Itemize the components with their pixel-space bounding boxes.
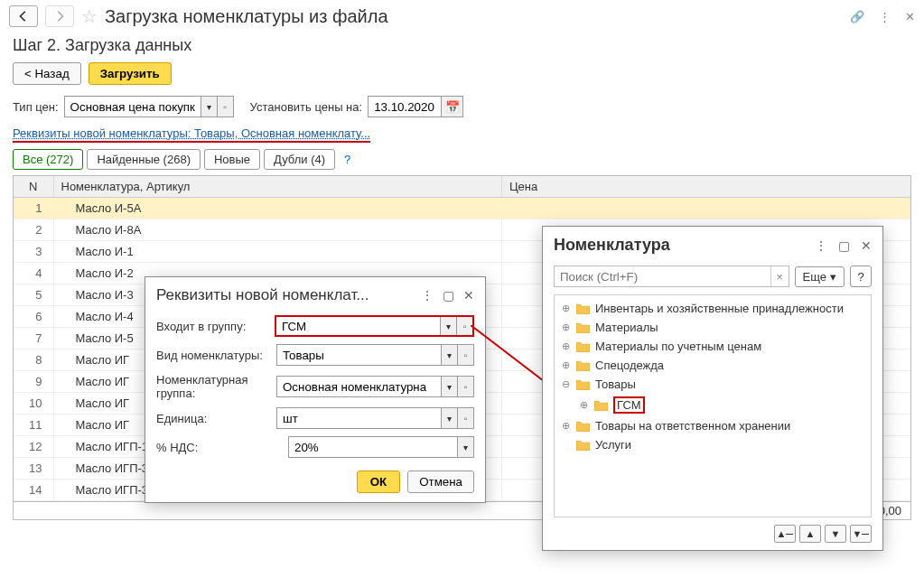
price-type-combo[interactable]: ▾ ▫: [64, 96, 234, 117]
search-input[interactable]: [555, 266, 770, 286]
expander-icon[interactable]: ⊕: [560, 303, 571, 314]
forward-nav-button[interactable]: [45, 5, 74, 27]
load-button[interactable]: Загрузить: [89, 62, 172, 85]
clear-icon[interactable]: ×: [770, 266, 789, 286]
col-price[interactable]: Цена: [502, 176, 911, 198]
more-button[interactable]: Еще ▾: [795, 266, 845, 287]
group-combo[interactable]: ▾ ▫: [275, 315, 474, 337]
calendar-icon[interactable]: 📅: [441, 97, 462, 116]
subtitle: Шаг 2. Загрузка данных: [0, 33, 924, 62]
tab-found[interactable]: Найденные (268): [87, 149, 201, 170]
open-icon[interactable]: ▫: [457, 408, 473, 428]
open-icon[interactable]: ▫: [456, 317, 472, 335]
maximize-icon[interactable]: ▢: [443, 288, 454, 303]
tree-item[interactable]: ⊕Инвентарь и хозяйственные принадлежност…: [555, 299, 871, 318]
maximize-icon[interactable]: ▢: [838, 238, 850, 253]
tree-item[interactable]: ⊕ГСМ: [555, 394, 871, 416]
cell-price: [502, 198, 911, 219]
tab-duplicates[interactable]: Дубли (4): [264, 149, 335, 170]
cell-n: 12: [14, 436, 53, 458]
tree-item-label: ГСМ: [613, 396, 645, 414]
cell-n: 13: [14, 458, 53, 480]
col-n[interactable]: N: [14, 176, 53, 198]
folder-icon: [576, 379, 590, 390]
menu-icon[interactable]: ⋮: [879, 10, 891, 23]
cell-n: 9: [14, 371, 53, 393]
table-row[interactable]: 1Масло И-5А: [14, 198, 910, 219]
date-input[interactable]: [369, 97, 441, 116]
chevron-down-icon: ▾: [830, 270, 836, 284]
open-icon[interactable]: ▫: [457, 345, 473, 365]
back-nav-button[interactable]: [9, 5, 38, 27]
expander-icon[interactable]: ⊕: [560, 359, 571, 371]
expander-icon[interactable]: ⊕: [578, 399, 589, 411]
folder-icon: [576, 360, 590, 371]
tree-item[interactable]: ⊕Материалы по учетным ценам: [555, 337, 871, 356]
star-icon[interactable]: ☆: [81, 5, 98, 27]
dlg2-title: Номенклатура: [554, 236, 815, 255]
help-button[interactable]: ?: [850, 266, 872, 287]
close-icon[interactable]: ✕: [463, 288, 474, 303]
search-box[interactable]: ×: [554, 266, 789, 287]
close-icon[interactable]: ✕: [905, 10, 915, 23]
ok-button[interactable]: ОК: [357, 471, 401, 493]
nomenclature-tree[interactable]: ⊕Инвентарь и хозяйственные принадлежност…: [554, 294, 872, 517]
menu-icon[interactable]: ⋮: [815, 238, 827, 253]
open-icon[interactable]: ▫: [457, 377, 473, 396]
close-icon[interactable]: ✕: [861, 238, 872, 253]
tree-item[interactable]: ⊕Материалы: [555, 318, 871, 337]
chevron-down-icon[interactable]: ▾: [441, 377, 457, 396]
expander-icon[interactable]: ⊖: [560, 378, 571, 390]
tree-item[interactable]: ⊕Спецодежда: [555, 356, 871, 375]
expander-icon[interactable]: ⊕: [560, 340, 571, 352]
cell-n: 11: [14, 415, 53, 436]
cell-n: 8: [14, 349, 53, 371]
unit-input[interactable]: [277, 408, 441, 428]
price-type-input[interactable]: [65, 97, 201, 116]
dlg1-title: Реквизиты новой номенклат...: [156, 286, 412, 304]
link-icon[interactable]: 🔗: [850, 10, 864, 23]
chevron-down-icon[interactable]: ▾: [201, 97, 217, 116]
tree-item-label: Товары: [595, 377, 636, 391]
folder-icon: [576, 322, 590, 333]
group-label: Входит в группу:: [156, 320, 269, 333]
type-combo[interactable]: ▾ ▫: [276, 344, 474, 366]
back-button[interactable]: < Назад: [13, 62, 81, 85]
unit-combo[interactable]: ▾ ▫: [276, 407, 474, 429]
help-icon[interactable]: ?: [344, 153, 350, 166]
scroll-down-icon[interactable]: ▼: [825, 525, 846, 543]
cancel-button[interactable]: Отмена: [407, 471, 474, 493]
expander-icon[interactable]: ⊕: [560, 420, 571, 432]
type-input[interactable]: [277, 345, 441, 365]
scroll-up-icon[interactable]: ▲: [799, 525, 821, 543]
nomgroup-input[interactable]: [277, 377, 441, 396]
requisites-dialog: Реквизиты новой номенклат... ⋮ ▢ ✕ Входи…: [145, 276, 486, 503]
chevron-down-icon[interactable]: ▾: [441, 408, 457, 428]
chevron-down-icon[interactable]: ▾: [441, 345, 457, 365]
expander-icon[interactable]: ⊕: [560, 321, 571, 333]
col-name[interactable]: Номенклатура, Артикул: [53, 176, 502, 198]
open-icon[interactable]: ▫: [217, 97, 233, 116]
chevron-down-icon[interactable]: ▾: [457, 437, 473, 457]
tree-item[interactable]: ⊖Товары: [555, 375, 871, 394]
tree-item[interactable]: Услуги: [555, 435, 871, 454]
vat-combo[interactable]: ▾: [288, 436, 474, 458]
scroll-bottom-icon[interactable]: ▼: [850, 525, 872, 543]
tab-all[interactable]: Все (272): [13, 149, 83, 170]
tree-item-label: Товары на ответственном хранении: [595, 419, 790, 433]
menu-icon[interactable]: ⋮: [421, 288, 434, 303]
date-field[interactable]: 📅: [368, 96, 463, 117]
tab-new[interactable]: Новые: [204, 149, 260, 170]
cell-n: 7: [14, 328, 53, 349]
cell-n: 2: [14, 219, 53, 241]
requisites-link[interactable]: Реквизиты новой номенклатуры: Товары, Ос…: [13, 126, 370, 143]
vat-input[interactable]: [289, 437, 457, 457]
scroll-top-icon[interactable]: ▲: [774, 525, 796, 543]
chevron-down-icon[interactable]: ▾: [440, 317, 456, 335]
price-type-label: Тип цен:: [13, 100, 59, 114]
tree-item-label: Спецодежда: [595, 359, 664, 372]
nomgroup-combo[interactable]: ▾ ▫: [276, 376, 474, 397]
tree-item[interactable]: ⊕Товары на ответственном хранении: [555, 416, 871, 435]
vat-label: % НДС:: [156, 441, 283, 454]
group-input[interactable]: [276, 317, 440, 335]
